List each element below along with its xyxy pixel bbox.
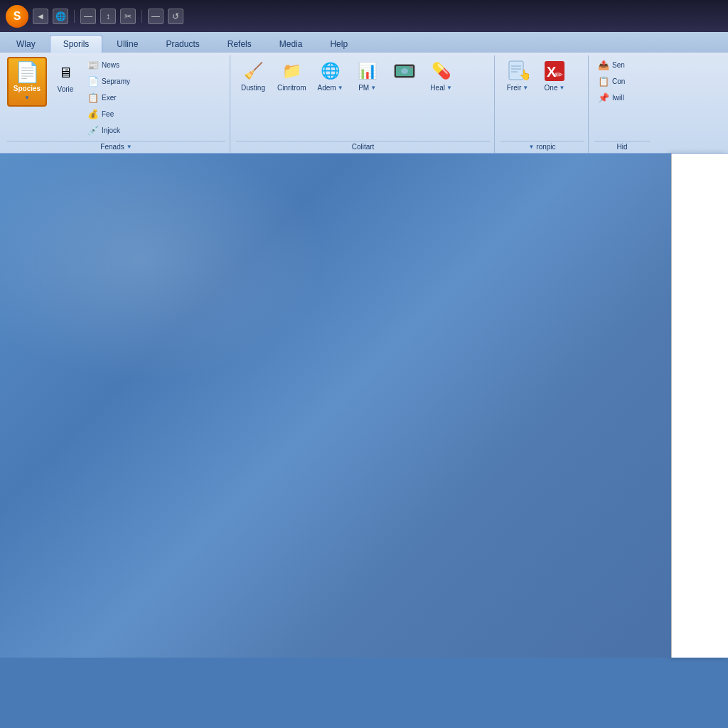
pm-icon: 📊 (356, 60, 379, 82)
one-button[interactable]: X ✏ One ▼ (537, 57, 572, 95)
heal-icon: 💊 (430, 60, 453, 82)
sen-label: Sen (612, 61, 625, 69)
pm-label: PM ▼ (358, 84, 376, 92)
one-label: One ▼ (545, 84, 565, 92)
ronpic-filter-icon: ▼ (528, 144, 534, 150)
heal-button[interactable]: 💊 Heal ▼ (424, 57, 459, 95)
group-fenads: 📄 Spocies ▼ 🖥 Vorie 📰 News (3, 55, 230, 153)
globe-button[interactable]: 🌐 (53, 9, 68, 24)
cinritrom-label: Cinritrom (277, 84, 306, 92)
freir-label: Freir ▼ (507, 84, 528, 92)
dash2-button[interactable]: — (148, 9, 164, 24)
exer-button[interactable]: 📋 Exer (84, 90, 134, 105)
adem-button[interactable]: 🌐 Adem ▼ (314, 57, 348, 95)
dash-button[interactable]: — (80, 9, 96, 24)
resize-button[interactable]: ↕ (100, 9, 116, 24)
ribbon: Wlay Sporils Ulline Praducts Refels Medi… (0, 32, 728, 154)
news-icon: 📰 (87, 59, 99, 70)
freir-icon: 👆 (506, 60, 529, 82)
svg-point-2 (401, 68, 408, 74)
photo-icon (393, 60, 416, 82)
sen-button[interactable]: 📤 Sen (594, 57, 644, 73)
news-sepramy-col: 📰 News 📄 Sepramy 📋 Exer 💰 Fee (84, 57, 134, 138)
hid-items-col: 📤 Sen 📋 Con 📌 Iwill (594, 57, 644, 105)
fenads-label[interactable]: Fenads ▼ (7, 141, 225, 153)
spocies-arrow: ▼ (24, 95, 30, 101)
main-content (0, 154, 728, 658)
svg-text:👆: 👆 (519, 69, 529, 81)
vorie-label: Vorie (58, 85, 74, 94)
tab-sporils[interactable]: Sporils (50, 35, 103, 53)
back-button[interactable]: ◄ (33, 9, 48, 24)
separator-1 (74, 10, 75, 23)
group-hid: 📤 Sen 📋 Con 📌 Iwill Hid (590, 55, 654, 153)
title-bar: S ◄ 🌐 — ↕ ✂ — ↺ (0, 0, 728, 32)
dusting-button[interactable]: 🧹 Dusting (236, 57, 270, 95)
dusting-label: Dusting (241, 84, 265, 92)
spocies-button[interactable]: 📄 Spocies ▼ (7, 57, 47, 107)
injock-icon: 💉 (87, 124, 99, 136)
svg-text:✏: ✏ (555, 69, 563, 80)
freir-button[interactable]: 👆 Freir ▼ (500, 57, 535, 95)
group-fenads-items: 📄 Spocies ▼ 🖥 Vorie 📰 News (7, 57, 225, 139)
iwill-label: Iwill (612, 94, 624, 102)
group-ronpic: 👆 Freir ▼ X ✏ (496, 55, 589, 153)
injock-button[interactable]: 💉 Injock (84, 122, 134, 138)
cinritrom-icon: 📁 (280, 60, 303, 82)
con-icon: 📋 (598, 75, 609, 87)
ribbon-content: 📄 Spocies ▼ 🖥 Vorie 📰 News (0, 53, 728, 153)
spocies-icon: 📄 (16, 60, 38, 83)
colitart-label[interactable]: Colitart (236, 141, 490, 153)
fee-label: Fee (102, 110, 114, 118)
spocies-label: Spocies (14, 85, 41, 93)
con-button[interactable]: 📋 Con (594, 73, 644, 89)
tab-bar: Wlay Sporils Ulline Praducts Refels Medi… (0, 32, 728, 53)
iwill-icon: 📌 (598, 92, 609, 103)
tab-ulline[interactable]: Ulline (103, 35, 151, 53)
sen-icon: 📤 (598, 59, 609, 70)
vorie-icon: 🖥 (54, 61, 77, 84)
exer-label: Exer (102, 94, 117, 102)
tab-refels[interactable]: Refels (214, 35, 265, 53)
undo-button[interactable]: ↺ (168, 9, 183, 24)
sepramy-button[interactable]: 📄 Sepramy (84, 73, 134, 89)
tab-praducts[interactable]: Praducts (152, 35, 213, 53)
exer-icon: 📋 (87, 92, 99, 103)
document-area[interactable] (0, 154, 671, 658)
adem-icon: 🌐 (319, 60, 342, 82)
adem-label: Adem ▼ (318, 84, 343, 92)
separator-2 (141, 10, 142, 23)
fee-button[interactable]: 💰 Fee (84, 106, 134, 122)
group-colitart: 🧹 Dusting 📁 Cinritrom 🌐 Adem ▼ 📊 (232, 55, 495, 153)
tab-help[interactable]: Help (316, 35, 361, 53)
sepramy-icon: 📄 (87, 75, 99, 87)
hid-label[interactable]: Hid (594, 141, 650, 153)
news-button[interactable]: 📰 News (84, 57, 134, 73)
sepramy-label: Sepramy (102, 77, 130, 85)
page-panel (671, 154, 728, 658)
vorie-button[interactable]: 🖥 Vorie (50, 58, 81, 97)
heal-label: Heal ▼ (430, 84, 452, 92)
tab-media[interactable]: Media (266, 35, 316, 53)
news-label: News (102, 61, 119, 69)
iwill-button[interactable]: 📌 Iwill (594, 90, 644, 105)
group-hid-items: 📤 Sen 📋 Con 📌 Iwill (594, 57, 650, 139)
injock-label: Injock (102, 127, 120, 134)
photo-button[interactable] (387, 57, 422, 87)
fee-icon: 💰 (87, 108, 99, 119)
one-icon: X ✏ (543, 60, 566, 82)
app-logo[interactable]: S (6, 5, 28, 28)
fenads-arrow: ▼ (127, 144, 132, 150)
cut-button[interactable]: ✂ (120, 9, 136, 24)
ronpic-label[interactable]: ▼ ronpic (500, 141, 584, 153)
pm-button[interactable]: 📊 PM ▼ (350, 57, 385, 95)
con-label: Con (612, 77, 625, 85)
cinritrom-button[interactable]: 📁 Cinritrom (273, 57, 311, 95)
tab-wlay[interactable]: Wlay (3, 35, 49, 53)
dusting-icon: 🧹 (242, 60, 264, 82)
group-colitart-items: 🧹 Dusting 📁 Cinritrom 🌐 Adem ▼ 📊 (236, 57, 490, 139)
group-ronpic-items: 👆 Freir ▼ X ✏ (500, 57, 584, 139)
svg-rect-3 (410, 66, 413, 68)
